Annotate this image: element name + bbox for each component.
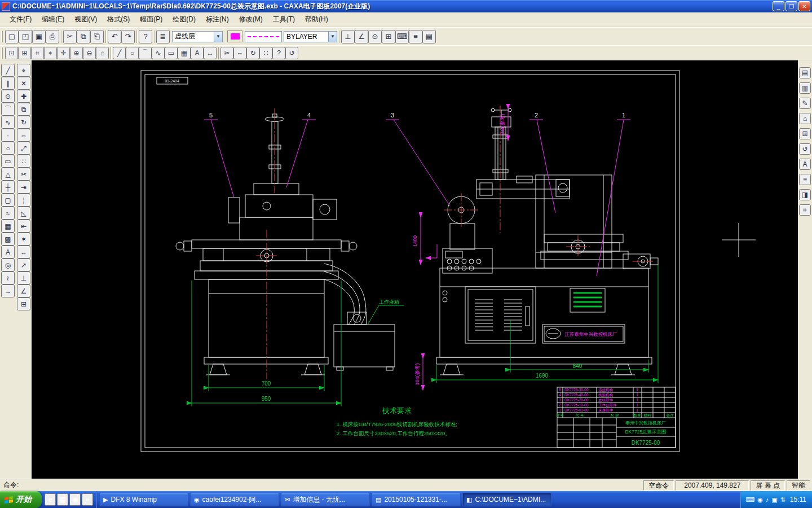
redraw-icon[interactable]: ↺: [285, 47, 298, 59]
text-style-icon[interactable]: A: [799, 159, 811, 170]
command-prompt[interactable]: 命令:: [0, 480, 643, 490]
menu-tools[interactable]: 工具(T): [268, 12, 300, 27]
linetype-select[interactable]: BYLAYER ▼: [284, 31, 337, 42]
zoom-all-icon[interactable]: ⌂: [96, 47, 109, 59]
layer-select[interactable]: 虚线层 ▼: [172, 31, 223, 42]
screen-point-toggle[interactable]: 屏 幕 点: [751, 480, 785, 491]
angle-tool[interactable]: ∠: [17, 284, 30, 297]
break-tool[interactable]: ¦: [17, 194, 30, 207]
undo-icon[interactable]: ↶: [108, 30, 121, 43]
edit-block-icon[interactable]: ✎: [799, 98, 811, 109]
smart-snap-toggle[interactable]: 智能: [787, 480, 810, 491]
text-tool[interactable]: A: [1, 246, 15, 259]
mirror-tool[interactable]: ⇔: [17, 129, 30, 142]
arc-icon[interactable]: ⌒: [139, 47, 152, 59]
side-dimensions[interactable]: 840 1690 104(参考) 1400 104(参考): [412, 109, 658, 390]
menu-edit[interactable]: 编辑(E): [37, 12, 69, 27]
menu-help[interactable]: 帮助(H): [300, 12, 333, 27]
view-manager-icon[interactable]: ▥: [799, 82, 811, 94]
dimension-icon[interactable]: ↔: [204, 47, 217, 59]
task-aliwangwang[interactable]: ◉ caofei1234902-阿...: [190, 493, 279, 506]
polar-icon[interactable]: ∠: [355, 30, 368, 43]
explode-tool[interactable]: ✶: [17, 233, 30, 246]
menu-draw[interactable]: 绘图(D): [167, 12, 201, 27]
rotate-tool[interactable]: ↻: [17, 116, 30, 129]
detail-view-tool[interactable]: ◎: [1, 259, 15, 271]
paste-icon[interactable]: ⎗: [90, 30, 104, 43]
dynamic-input-icon[interactable]: ⌨: [395, 30, 409, 43]
tray-network-icon[interactable]: ⇅: [780, 496, 785, 503]
polygon-tool[interactable]: △: [1, 168, 15, 181]
menu-format[interactable]: 格式(S): [102, 12, 135, 27]
task-caxa[interactable]: ◧ C:\DOCUME~1\ADMI...: [462, 493, 551, 506]
text-icon[interactable]: A: [191, 47, 204, 59]
list-view-icon[interactable]: ≡: [799, 174, 811, 185]
menu-modify[interactable]: 修改(M): [234, 12, 268, 27]
cut-icon[interactable]: ✂: [63, 30, 77, 43]
hatch-icon[interactable]: ▦: [178, 47, 191, 59]
rotate-icon[interactable]: ↻: [246, 47, 259, 59]
menu-dimension[interactable]: 标注(N): [201, 12, 234, 27]
tray-volume-icon[interactable]: ♪: [766, 496, 769, 503]
trim-tool[interactable]: ✂: [17, 168, 30, 181]
extend-tool[interactable]: ⇥: [17, 181, 30, 194]
trim-icon[interactable]: ✂: [220, 47, 233, 59]
copy-icon[interactable]: ⧉: [77, 30, 90, 43]
side-view[interactable]: 江苏泰州中兴数控机床厂: [436, 106, 658, 375]
spline-tool[interactable]: ∿: [1, 116, 15, 129]
quicklaunch-show-desktop[interactable]: ▦: [57, 493, 68, 506]
datum-tool[interactable]: ⊥: [17, 271, 30, 284]
task-winamp[interactable]: ▶ DFX 8 Winamp: [99, 493, 188, 506]
menu-view[interactable]: 视图(V): [69, 12, 102, 27]
dimension-tool[interactable]: ↔: [17, 246, 30, 259]
arrow-tool[interactable]: →: [1, 284, 15, 297]
linetype-preview[interactable]: [245, 31, 282, 42]
restore-button[interactable]: ❐: [785, 1, 797, 11]
hatch-tool[interactable]: ▦: [1, 220, 15, 233]
zoom-in-icon[interactable]: ⊕: [70, 47, 83, 59]
layers-icon[interactable]: ≣: [156, 30, 170, 43]
leader-tool[interactable]: ↗: [17, 259, 30, 271]
zoom-out-icon[interactable]: ⊖: [83, 47, 96, 59]
toolbar-grip[interactable]: [1, 31, 3, 42]
fill-tool[interactable]: ▩: [1, 233, 15, 246]
technical-requirements[interactable]: 技术要求 1. 机床按GB/T7926-2005线切割机床验收技术标准; 2. …: [337, 406, 457, 436]
stretch-tool[interactable]: ⇤: [17, 220, 30, 233]
redo-icon[interactable]: ↷: [121, 30, 135, 43]
copy-tool[interactable]: ⧉: [17, 103, 30, 116]
quicklaunch-media-player[interactable]: ◉: [69, 493, 81, 506]
grid-view-icon[interactable]: ⌗: [799, 204, 811, 216]
task-message[interactable]: ✉ 增加信息 - 无忧...: [281, 493, 370, 506]
front-view[interactable]: [176, 108, 395, 379]
osnap-icon[interactable]: ⊙: [368, 30, 382, 43]
select-tool[interactable]: ⌖: [17, 64, 30, 77]
arc-tool[interactable]: ⌒: [1, 103, 15, 116]
parallel-tool[interactable]: ∥: [1, 77, 15, 90]
offset-tool[interactable]: ≈: [1, 207, 15, 220]
contour-tool[interactable]: ▢: [1, 194, 15, 207]
front-dimensions[interactable]: 700 950 工作液箱: [192, 281, 404, 406]
undo-view-icon[interactable]: ↺: [799, 143, 811, 155]
panel-icon[interactable]: ▤: [422, 30, 436, 43]
ellipse-tool[interactable]: ○: [1, 142, 15, 155]
menu-paper[interactable]: 幅面(P): [135, 12, 167, 27]
title-block[interactable]: 5 DK7725-30-00 运丝机构 1 4 DK7725-40-00 线架机…: [557, 387, 676, 448]
ole-object-icon[interactable]: ⊞: [799, 128, 811, 139]
frame-settings-icon[interactable]: ⊞: [18, 47, 31, 59]
erase-tool[interactable]: ✕: [17, 77, 30, 90]
task-notepad[interactable]: ▤ 20150105-121331-...: [372, 493, 461, 506]
quicklaunch-ie[interactable]: e: [45, 493, 56, 506]
toolbar-grip[interactable]: [1, 47, 3, 59]
block-tool[interactable]: ⊞: [17, 297, 30, 310]
linewidth-icon[interactable]: ≡: [409, 30, 422, 43]
start-button[interactable]: 开始: [0, 491, 42, 508]
save-icon[interactable]: ▣: [32, 30, 46, 43]
current-color-button[interactable]: [227, 30, 242, 42]
wave-line-tool[interactable]: ≀: [1, 271, 15, 284]
array-icon[interactable]: ∷: [259, 47, 272, 59]
pick-settings-icon[interactable]: ⌖: [44, 47, 57, 59]
scale-tool[interactable]: ⤢: [17, 142, 30, 155]
chamfer-tool[interactable]: ◺: [17, 207, 30, 220]
tray-antivirus-icon[interactable]: ▣: [771, 496, 777, 503]
circle-tool[interactable]: ⊙: [1, 90, 15, 103]
